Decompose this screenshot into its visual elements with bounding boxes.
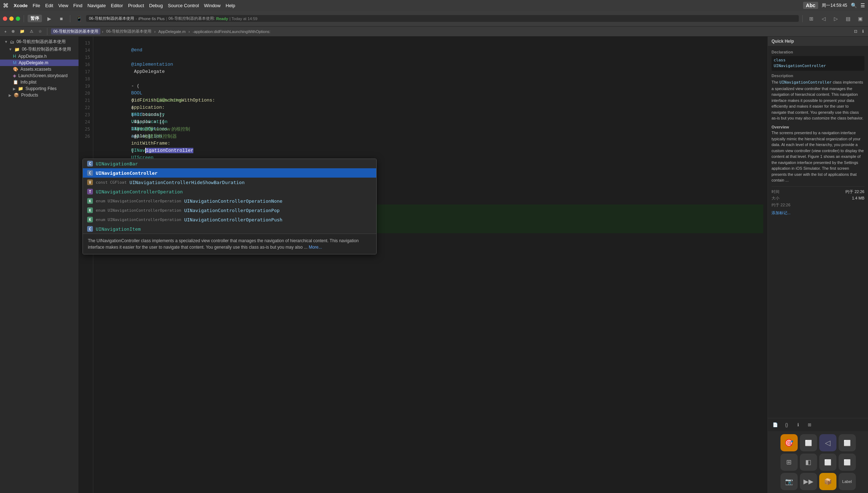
sidebar-item-launchscreen[interactable]: ◈ LaunchScreen.storyboard	[0, 72, 79, 79]
menu-extra[interactable]: ☰	[860, 3, 865, 8]
layout-btn-2[interactable]: ◁	[819, 14, 829, 23]
autocomplete-popup[interactable]: C UINavigationBar C UINavigationControll…	[82, 159, 377, 254]
sidebar-appdelegateh-label: AppDelegate.h	[18, 54, 47, 59]
sidebar-item-infoplist[interactable]: 📋 Info.plist	[0, 79, 79, 85]
icon-btn-7[interactable]: ⬜	[819, 454, 836, 471]
run-button[interactable]: ▶	[44, 14, 54, 23]
ac-name-4: UINavigationControllerOperation	[96, 189, 183, 194]
code-line-18: - ( BOOL ) application: ( UIApplication …	[98, 75, 763, 83]
add-note-link[interactable]: 添加标记...	[772, 211, 791, 215]
ac-item-1[interactable]: C UINavigationBar	[83, 159, 376, 168]
icon-btn-11[interactable]: 📦	[819, 473, 836, 490]
icon-btn-5[interactable]: ⊞	[780, 454, 798, 471]
ac-badge-k-6: K	[87, 207, 93, 213]
menu-edit[interactable]: Edit	[45, 3, 53, 8]
icon-btn-1[interactable]: 🎯	[780, 434, 798, 451]
sidebar-item-supporting[interactable]: ▶ 📁 Supporting Files	[0, 85, 79, 92]
breadcrumb-project: 06-导航控制器的基本使用	[89, 16, 134, 21]
products-icon: 📦	[14, 93, 19, 98]
ac-item-2[interactable]: C UINavigationController	[83, 168, 376, 178]
menu-find[interactable]: Find	[73, 3, 82, 8]
ac-description: The UINavigationController class impleme…	[83, 234, 376, 254]
sidebar-item-products[interactable]: ▶ 📦 Products	[0, 92, 79, 98]
menu-view[interactable]: View	[58, 3, 68, 8]
icon-btn-10[interactable]: ▶▶	[800, 473, 817, 490]
menu-xcode[interactable]: Xcode	[14, 3, 28, 8]
close-button[interactable]	[3, 17, 7, 21]
sidebar-item-root[interactable]: ▼ 🗂 06-导航控制器的基本使用	[0, 38, 79, 46]
token: - (	[131, 83, 140, 89]
warning-btn[interactable]: ⚠	[28, 29, 35, 34]
scheme-icon[interactable]: 📱	[74, 14, 84, 23]
ac-item-8[interactable]: C UINavigationItem	[83, 224, 376, 234]
qh-btn-4[interactable]: ⊞	[805, 421, 815, 429]
code-lines: @end @implementation AppDelegate	[93, 37, 768, 493]
add-file-btn[interactable]: +	[3, 29, 8, 34]
ln-23: 23	[79, 111, 93, 118]
panel-btn-1[interactable]: ▤	[843, 14, 853, 23]
qh-add-note: 添加标记...	[772, 210, 864, 216]
ln-19: 19	[79, 83, 93, 90]
menu-window[interactable]: Window	[204, 3, 221, 8]
secondary-toolbar: + ⊗ 📁 ⚠ ☆ 06-导航控制器的基本使用 › 06-导航控制器的基本使用 …	[0, 27, 868, 37]
token	[131, 105, 142, 110]
stop-button[interactable]: ■	[56, 14, 66, 23]
folder-btn[interactable]: 📁	[18, 29, 26, 34]
qh-btn-1[interactable]: 📄	[770, 421, 780, 429]
qh-toolbar: 📄 {} ℹ ⊞	[768, 418, 868, 431]
icon-btn-6[interactable]: ◧	[800, 454, 817, 471]
sidebar-item-assets[interactable]: 🎨 Assets.xcassets	[0, 66, 79, 72]
code-line-17	[98, 68, 763, 75]
ln-14: 14	[79, 47, 93, 54]
menu-editor[interactable]: Editor	[111, 3, 123, 8]
star-btn[interactable]: ☆	[37, 29, 43, 34]
main-layout: ▼ 🗂 06-导航控制器的基本使用 ▼ 📁 06-导航控制器的基本使用 H Ap…	[0, 37, 868, 493]
label-box: Label	[839, 473, 856, 490]
sidebar-item-group[interactable]: ▼ 📁 06-导航控制器的基本使用	[0, 46, 79, 53]
apple-menu[interactable]: ⌘	[3, 2, 9, 9]
code-editor[interactable]: 13 14 15 16 17 18 19 20 21 22 23 24 25 2…	[79, 37, 768, 493]
layout-btn-1[interactable]: ⊞	[806, 14, 816, 23]
menu-search[interactable]: 🔍	[851, 3, 857, 8]
fullscreen-button[interactable]	[16, 17, 20, 21]
menu-navigate[interactable]: Navigate	[88, 3, 106, 8]
ac-name-8: UINavigationItem	[96, 226, 141, 232]
ln-27	[79, 140, 93, 147]
layout-btn-3[interactable]: ▷	[831, 14, 841, 23]
menu-help[interactable]: Help	[226, 3, 235, 8]
ac-item-4[interactable]: T UINavigationControllerOperation	[83, 187, 376, 196]
ac-item-5[interactable]: K enum UINavigationControllerOperation U…	[83, 196, 376, 206]
toolbar: 暂停 ▶ ■ 📱 06-导航控制器的基本使用 › iPhone 6s Plus …	[0, 11, 868, 27]
breadcrumb-bar: 06-导航控制器的基本使用 › iPhone 6s Plus | 06-导航控制…	[86, 15, 799, 22]
ac-more-link[interactable]: More...	[309, 245, 322, 250]
status-ready: Ready	[216, 17, 228, 21]
ac-item-3[interactable]: V const CGFloat UINavigationControllerHi…	[83, 178, 376, 187]
minimize-button[interactable]	[9, 17, 14, 21]
ac-item-7[interactable]: K enum UINavigationControllerOperation U…	[83, 215, 376, 224]
m-file-icon: M	[13, 60, 16, 65]
disclosure-icon-2: ▼	[9, 47, 12, 51]
sidebar-item-appdelegateh[interactable]: H AppDelegate.h	[0, 53, 79, 60]
ln-15: 15	[79, 54, 93, 61]
menu-source-control[interactable]: Source Control	[168, 3, 199, 8]
menu-file[interactable]: File	[33, 3, 40, 8]
qh-modified-info: 约于 22:26	[772, 202, 864, 208]
panel-btn-2[interactable]: ▣	[855, 14, 865, 23]
menu-debug[interactable]: Debug	[149, 3, 163, 8]
icon-btn-2[interactable]: ⬜	[800, 434, 817, 451]
info-btn[interactable]: ℹ	[861, 29, 865, 34]
editor-toolbar-btn[interactable]: ⊡	[853, 29, 859, 34]
qh-btn-2[interactable]: {}	[782, 421, 792, 429]
icon-btn-9[interactable]: 📷	[780, 473, 798, 490]
ac-item-6[interactable]: K enum UINavigationControllerOperation U…	[83, 206, 376, 215]
icon-btn-3[interactable]: ◁	[819, 434, 836, 451]
code-line-15: @implementation AppDelegate	[98, 54, 763, 61]
menu-product[interactable]: Product	[128, 3, 144, 8]
folder-icon: 🗂	[10, 39, 14, 44]
filter-btn[interactable]: ⊗	[10, 29, 16, 34]
icon-btn-4[interactable]: ⬜	[839, 434, 856, 451]
qh-btn-3[interactable]: ℹ	[793, 421, 803, 429]
icon-btn-8[interactable]: ⬜	[839, 454, 856, 471]
qh-size-info: 大小 1.4 MB	[772, 195, 864, 201]
sidebar-item-appdelegatem[interactable]: M AppDelegate.m	[0, 60, 79, 66]
